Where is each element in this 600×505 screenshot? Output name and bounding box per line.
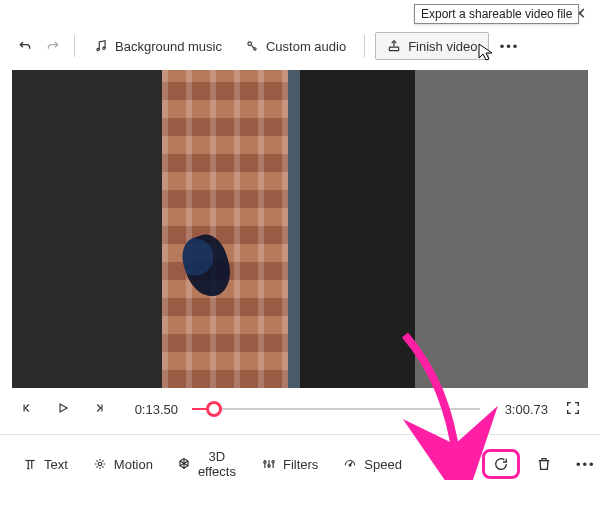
svg-point-1: [97, 48, 99, 50]
svg-point-13: [264, 461, 266, 463]
seek-slider[interactable]: [192, 399, 480, 419]
custom-audio-label: Custom audio: [266, 39, 346, 54]
svg-point-14: [268, 465, 270, 467]
text-label: Text: [44, 457, 68, 472]
crop-button[interactable]: [442, 452, 474, 476]
svg-marker-7: [60, 403, 67, 411]
rotate-button[interactable]: [493, 456, 509, 472]
more-button-bottom[interactable]: •••: [568, 453, 600, 476]
svg-point-9: [98, 462, 102, 466]
svg-point-2: [103, 47, 105, 49]
undo-icon: [17, 38, 33, 54]
undo-button[interactable]: [14, 35, 36, 57]
filters-icon: [261, 456, 277, 472]
crop-icon: [450, 456, 466, 472]
filters-label: Filters: [283, 457, 318, 472]
finish-video-label: Finish video: [408, 39, 477, 54]
trash-icon: [536, 456, 552, 472]
svg-point-3: [248, 42, 252, 46]
top-toolbar: Background music Custom audio Finish vid…: [0, 26, 600, 66]
separator: [364, 35, 365, 57]
custom-audio-button[interactable]: Custom audio: [236, 34, 354, 58]
background-music-button[interactable]: Background music: [85, 34, 230, 58]
video-preview[interactable]: [12, 70, 588, 388]
rotate-icon: [493, 456, 509, 472]
more-button-top[interactable]: •••: [499, 35, 521, 57]
speed-label: Speed: [364, 457, 402, 472]
speed-button[interactable]: Speed: [334, 452, 410, 476]
fullscreen-button[interactable]: [562, 398, 584, 420]
svg-rect-5: [390, 47, 399, 51]
slider-track: [192, 408, 480, 410]
background-music-label: Background music: [115, 39, 222, 54]
filters-button[interactable]: Filters: [253, 452, 326, 476]
play-icon: [56, 401, 70, 418]
frame-back-button[interactable]: [16, 398, 38, 420]
ellipsis-icon: •••: [576, 457, 596, 472]
export-icon: [386, 38, 402, 54]
custom-audio-icon: [244, 38, 260, 54]
player-controls: 0:13.50 3:00.73: [0, 388, 600, 426]
3d-effects-label: 3D effects: [197, 449, 237, 479]
3d-effects-icon: [177, 456, 191, 472]
svg-point-4: [254, 48, 256, 50]
ellipsis-icon: •••: [500, 39, 520, 54]
3d-effects-button[interactable]: 3D effects: [169, 445, 245, 483]
play-button[interactable]: [52, 398, 74, 420]
separator: [74, 35, 75, 57]
redo-button[interactable]: [42, 35, 64, 57]
finish-video-button[interactable]: Finish video: [375, 32, 488, 60]
slider-thumb[interactable]: [206, 401, 222, 417]
text-icon: [22, 456, 38, 472]
frame-forward-icon: [92, 401, 106, 418]
text-button[interactable]: Text: [14, 452, 76, 476]
rotate-button-highlight: [482, 449, 520, 479]
svg-rect-18: [453, 461, 462, 468]
total-time: 3:00.73: [494, 402, 548, 417]
fullscreen-icon: [565, 400, 581, 419]
video-frame: [12, 70, 588, 388]
frame-back-icon: [20, 401, 34, 418]
finish-video-tooltip: Export a shareable video file: [414, 4, 579, 24]
redo-icon: [45, 38, 61, 54]
svg-point-17: [349, 464, 351, 466]
speed-icon: [342, 456, 358, 472]
svg-point-15: [272, 461, 274, 463]
motion-button[interactable]: Motion: [84, 452, 161, 476]
delete-button[interactable]: [528, 452, 560, 476]
motion-label: Motion: [114, 457, 153, 472]
music-note-icon: [93, 38, 109, 54]
frame-forward-button[interactable]: [88, 398, 110, 420]
bottom-toolbar: Text Motion 3D effects Filters Speed: [0, 435, 600, 493]
motion-icon: [92, 456, 108, 472]
current-time: 0:13.50: [124, 402, 178, 417]
